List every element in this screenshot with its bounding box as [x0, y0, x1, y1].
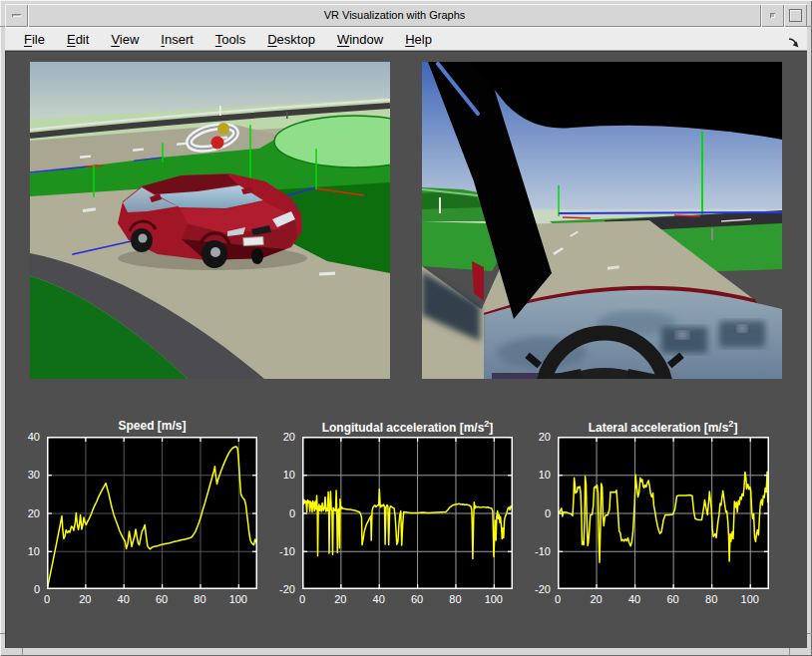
- chart-lateral-plot: [558, 437, 769, 589]
- chart-speed-plot: [47, 437, 257, 589]
- y-tick-label: 20: [523, 431, 551, 443]
- x-tick-label: 80: [698, 593, 724, 605]
- maximize-button[interactable]: [784, 4, 807, 27]
- far-post: [286, 112, 288, 119]
- vr-driver-view[interactable]: [422, 62, 782, 379]
- x-tick-label: 100: [225, 593, 251, 605]
- menu-item-edit[interactable]: Edit: [56, 29, 100, 50]
- menu-item-window[interactable]: Window: [326, 29, 394, 50]
- y-tick-label: 40: [12, 431, 40, 443]
- titlebar[interactable]: VR Visualization with Graphs: [5, 4, 807, 27]
- ring-red-ball: [211, 137, 224, 150]
- window: VR Visualization with Graphs FileEditVie…: [0, 0, 812, 656]
- chart-longitudinal-title: Longitudal acceleration [m/s2]: [302, 419, 513, 435]
- chart-lateral-acceleration: Lateral acceleration [m/s2] 020406080100…: [523, 419, 780, 611]
- door-red-sliver: [472, 261, 484, 301]
- lamp-post: [219, 106, 221, 116]
- maximize-icon: [789, 9, 802, 22]
- menubar: FileEditViewInsertToolsDesktopWindowHelp: [5, 27, 807, 51]
- y-tick-label: -10: [267, 545, 295, 557]
- chart-lateral-title: Lateral acceleration [m/s2]: [558, 419, 768, 435]
- ring-yellow-ball: [217, 123, 229, 135]
- x-tick-label: 100: [737, 593, 763, 605]
- frame-notch: [22, 648, 23, 656]
- chart-speed-title: Speed [m/s]: [47, 419, 257, 435]
- chart-longitudinal-plot: [302, 437, 513, 589]
- restore-button[interactable]: [761, 4, 784, 27]
- x-tick-label: 40: [111, 593, 137, 605]
- menu-item-insert[interactable]: Insert: [150, 29, 204, 50]
- license-plate: [243, 236, 263, 245]
- y-tick-label: -20: [267, 583, 295, 595]
- y-tick-label: 0: [267, 507, 295, 519]
- menu-item-view[interactable]: View: [100, 29, 150, 50]
- left-post: [439, 197, 441, 213]
- x-tick-label: 40: [366, 593, 392, 605]
- x-tick-label: 100: [481, 593, 507, 605]
- instrument-cluster: [661, 327, 707, 353]
- x-tick-label: 60: [660, 593, 686, 605]
- minimize-icon: [12, 14, 21, 17]
- x-tick-label: 60: [404, 593, 430, 605]
- x-tick-label: 80: [442, 593, 468, 605]
- car-wheel-far: [251, 248, 263, 264]
- menu-list: FileEditViewInsertToolsDesktopWindowHelp: [5, 29, 787, 50]
- figure-canvas: Speed [m/s] 020406080100010203040 Longit…: [5, 51, 807, 648]
- y-tick-label: 30: [12, 469, 40, 481]
- window-title: VR Visualization with Graphs: [28, 4, 761, 27]
- frame-notch: [807, 633, 812, 634]
- menu-item-desktop[interactable]: Desktop: [256, 29, 326, 50]
- vr-exterior-scene: [30, 62, 390, 379]
- chart-speed: Speed [m/s] 020406080100010203040: [12, 419, 269, 611]
- vr-driver-scene: [422, 62, 782, 379]
- frame-notch: [807, 26, 812, 27]
- chart-longitudinal-acceleration: Longitudal acceleration [m/s2] 020406080…: [267, 419, 525, 611]
- y-tick-label: -20: [523, 583, 551, 595]
- dock-figure-icon[interactable]: [787, 36, 800, 49]
- x-tick-label: 60: [149, 593, 175, 605]
- y-tick-label: 10: [523, 469, 551, 481]
- x-tick-label: 20: [327, 593, 353, 605]
- y-tick-label: 20: [267, 431, 295, 443]
- menu-item-tools[interactable]: Tools: [204, 29, 256, 50]
- y-tick-label: 10: [267, 469, 295, 481]
- y-tick-label: 20: [12, 507, 40, 519]
- x-tick-label: 40: [621, 593, 647, 605]
- x-tick-label: 80: [187, 593, 212, 605]
- y-tick-label: 0: [523, 507, 551, 519]
- menu-item-help[interactable]: Help: [394, 29, 443, 50]
- minimize-button[interactable]: [5, 4, 28, 27]
- vr-exterior-view[interactable]: [30, 62, 390, 379]
- frame-notch: [789, 648, 790, 656]
- x-tick-label: 20: [584, 593, 609, 605]
- menu-item-file[interactable]: File: [13, 29, 56, 50]
- y-tick-label: 0: [12, 583, 40, 595]
- y-tick-label: -10: [523, 545, 551, 557]
- x-tick-label: 20: [72, 593, 98, 605]
- y-tick-label: 10: [12, 545, 40, 557]
- restore-icon: [770, 13, 775, 18]
